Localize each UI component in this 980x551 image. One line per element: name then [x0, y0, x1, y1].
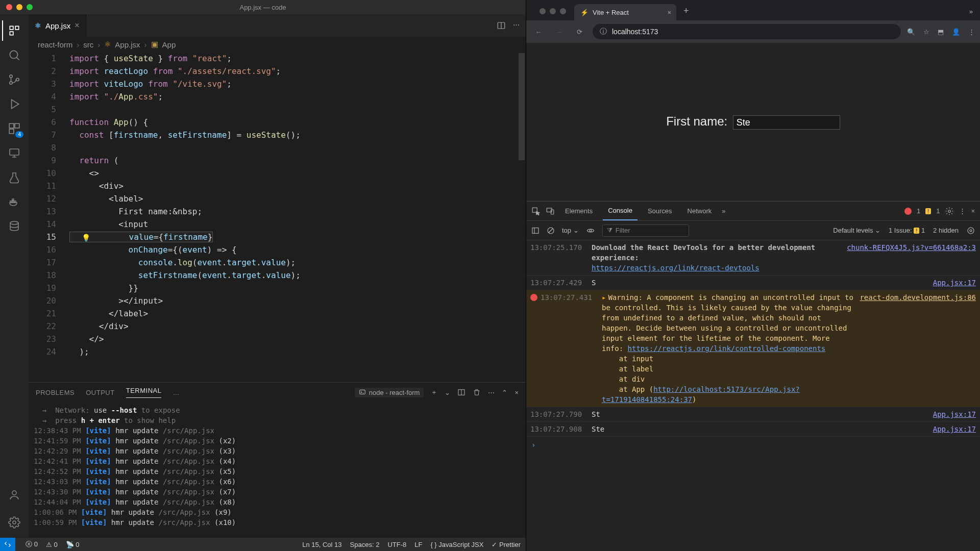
extensions-badge: 4 [15, 131, 23, 138]
device-toolbar-icon[interactable] [546, 207, 555, 216]
menu-icon[interactable]: ⋮ [968, 28, 975, 36]
status-indent[interactable]: Spaces: 2 [350, 541, 380, 548]
hidden-messages[interactable]: 2 hidden [933, 227, 959, 234]
svg-rect-11 [12, 199, 14, 201]
forward-icon[interactable]: → [552, 28, 566, 36]
devtools-settings-icon[interactable] [945, 207, 954, 216]
explorer-icon[interactable] [2, 18, 27, 43]
terminal-task-chip[interactable]: node - react-form [355, 388, 424, 397]
tab-terminal[interactable]: TERMINAL [126, 387, 162, 398]
panel-tabs: PROBLEMS OUTPUT TERMINAL … node - react-… [29, 383, 526, 402]
issues-badge-icon: ! [914, 228, 919, 234]
devtools-close-icon[interactable]: × [971, 207, 975, 215]
browser-tab[interactable]: ⚡ Vite + React × [574, 4, 676, 20]
search-icon[interactable] [2, 43, 27, 67]
lightbulb-icon[interactable]: 💡 [82, 232, 90, 244]
clear-console-icon[interactable] [547, 227, 555, 235]
tab-console[interactable]: Console [603, 202, 638, 220]
inspect-element-icon[interactable] [531, 207, 541, 216]
issues-link[interactable]: 1 Issue: ! 1 [889, 227, 925, 234]
terminal-dropdown-icon[interactable]: ⌄ [445, 389, 450, 396]
status-bar: ⓧ 0 ⚠ 0 📡 0 Ln 15, Col 13 Spaces: 2 UTF-… [0, 538, 526, 551]
minimize-window-icon[interactable] [550, 8, 556, 14]
tab-more[interactable]: … [173, 389, 180, 396]
first-name-input[interactable] [733, 115, 840, 130]
kill-terminal-icon[interactable] [473, 388, 481, 396]
code-content[interactable]: import { useState } from "react";import … [69, 52, 526, 382]
console-log[interactable]: 13:07:25.170Download the React DevTools … [526, 240, 980, 551]
close-tab-icon[interactable]: × [75, 21, 79, 30]
tab-problems[interactable]: PROBLEMS [36, 389, 75, 396]
devtools-menu-icon[interactable]: ⋮ [959, 207, 966, 215]
profile-icon[interactable]: 👤 [952, 28, 960, 36]
source-control-icon[interactable] [2, 67, 27, 92]
breadcrumb-item[interactable]: react-form [38, 40, 72, 49]
error-indicator-icon[interactable] [904, 208, 912, 215]
status-encoding[interactable]: UTF-8 [387, 541, 406, 548]
address-bar[interactable]: ⓘ localhost:5173 [593, 24, 901, 39]
split-editor-icon[interactable] [497, 21, 506, 30]
svg-rect-5 [15, 123, 19, 128]
chevron-right-icon: › [77, 40, 79, 49]
console-filter-input[interactable]: ⧩ Filter [602, 224, 689, 237]
docker-icon[interactable] [2, 190, 27, 214]
settings-gear-icon[interactable] [2, 510, 27, 535]
editor-scrollbar[interactable] [519, 52, 525, 382]
maximize-panel-icon[interactable]: ⌃ [502, 389, 507, 396]
status-line-col[interactable]: Ln 15, Col 13 [302, 541, 341, 548]
breadcrumb-item[interactable]: App.jsx [115, 40, 140, 49]
run-debug-icon[interactable] [2, 92, 27, 116]
tab-app-jsx[interactable]: ⚛ App.jsx × [29, 14, 86, 37]
new-terminal-icon[interactable]: ＋ [431, 388, 437, 397]
close-panel-icon[interactable]: × [514, 389, 519, 396]
more-panel-icon[interactable]: ⋯ [488, 389, 495, 396]
line-gutter: 123456789101112131415161718192021222324 [29, 52, 69, 382]
live-expression-icon[interactable] [586, 227, 595, 235]
site-info-icon[interactable]: ⓘ [600, 27, 607, 36]
svg-rect-4 [9, 123, 14, 128]
install-app-icon[interactable]: ⬒ [938, 28, 944, 36]
database-icon[interactable] [2, 214, 27, 239]
split-terminal-icon[interactable] [457, 388, 465, 396]
chevron-right-icon: › [97, 40, 100, 49]
remote-explorer-icon[interactable] [2, 141, 27, 165]
terminal-output[interactable]: → Network: use --host to expose → press … [29, 402, 526, 538]
toggle-sidebar-icon[interactable] [531, 227, 540, 235]
status-warnings[interactable]: ⚠ 0 [46, 541, 58, 548]
extensions-icon[interactable]: 4 [2, 116, 27, 141]
close-window-icon[interactable] [540, 8, 546, 14]
back-icon[interactable]: ← [531, 28, 546, 36]
code-editor[interactable]: 123456789101112131415161718192021222324 … [29, 52, 526, 382]
console-settings-icon[interactable] [967, 227, 975, 235]
tab-network[interactable]: Network [682, 202, 717, 220]
vscode-window: App.jsx — code 4 [0, 0, 526, 551]
tab-sources[interactable]: Sources [643, 202, 677, 220]
zoom-icon[interactable]: 🔍 [907, 28, 915, 36]
log-levels-select[interactable]: Default levels ⌄ [833, 227, 880, 234]
breadcrumbs[interactable]: react-form › src › ⚛ App.jsx › ▣ App [29, 37, 526, 52]
reload-icon[interactable]: ⟳ [572, 28, 586, 36]
breadcrumb-item[interactable]: src [83, 40, 93, 49]
more-tabs-icon[interactable]: » [722, 207, 725, 215]
close-tab-icon[interactable]: × [667, 9, 671, 16]
tabs-overflow-icon[interactable]: » [962, 8, 980, 20]
tab-output[interactable]: OUTPUT [86, 389, 114, 396]
status-prettier[interactable]: ✓ Prettier [492, 541, 521, 548]
warn-indicator-icon[interactable]: ! [925, 208, 931, 214]
status-errors[interactable]: ⓧ 0 [26, 540, 38, 549]
bookmark-icon[interactable]: ☆ [923, 28, 929, 36]
remote-indicator-icon[interactable] [0, 538, 15, 551]
execution-context-select[interactable]: top ⌄ [562, 227, 579, 234]
more-actions-icon[interactable]: ⋯ [513, 21, 520, 30]
testing-icon[interactable] [2, 165, 27, 190]
status-language[interactable]: { } JavaScript JSX [430, 541, 483, 548]
status-eol[interactable]: LF [414, 541, 422, 548]
maximize-window-icon[interactable] [560, 8, 566, 14]
tab-elements[interactable]: Elements [560, 202, 598, 220]
accounts-icon[interactable] [2, 483, 27, 507]
svg-rect-16 [359, 390, 365, 394]
svg-point-14 [13, 521, 16, 524]
status-ports[interactable]: 📡 0 [66, 541, 80, 548]
breadcrumb-item[interactable]: App [162, 40, 176, 49]
new-tab-icon[interactable]: + [677, 6, 695, 20]
